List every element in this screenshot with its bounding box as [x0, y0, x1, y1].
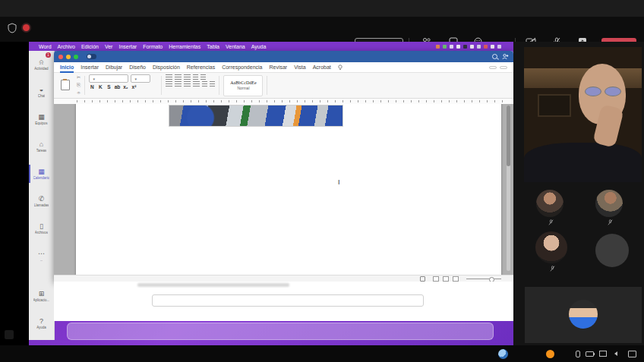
mac-menu-item[interactable]: Word [39, 44, 52, 49]
notifications-icon[interactable] [628, 351, 636, 357]
align-left-icon[interactable] [166, 81, 172, 87]
self-video-tile[interactable] [525, 287, 642, 343]
speaker-shirt [524, 143, 642, 182]
document-canvas[interactable]: I [54, 104, 513, 275]
justify-icon[interactable] [193, 81, 200, 87]
copy-icon[interactable]: ⎘ [77, 82, 80, 88]
main-video-tile[interactable] [524, 47, 642, 182]
participant-tile[interactable] [522, 231, 580, 272]
ribbon-tab[interactable]: Inicio [60, 62, 74, 73]
outdent-icon[interactable] [193, 74, 198, 80]
zoom-slider[interactable] [466, 279, 501, 279]
rail-item[interactable]: ◒ Chat [29, 78, 54, 105]
network-icon[interactable] [599, 351, 607, 357]
align-center-icon[interactable] [175, 81, 182, 87]
bitcoin-icon[interactable] [546, 350, 554, 358]
rail-item[interactable]: ✆ Llamadas [29, 187, 54, 215]
mac-menu-item[interactable]: Ventana [226, 44, 245, 49]
status-icon[interactable] [470, 45, 474, 49]
font-size-combo[interactable]: ▾ [131, 74, 150, 83]
mac-menu-item[interactable]: Tabla [207, 44, 219, 49]
speaker-icon[interactable] [612, 351, 617, 356]
status-icon[interactable] [463, 45, 467, 49]
participant-tile[interactable] [521, 190, 579, 225]
mac-menu-item[interactable]: Formato [143, 44, 163, 49]
mac-menu-item[interactable]: Ver [105, 44, 113, 49]
zoom-traffic-light[interactable] [74, 55, 78, 59]
status-icon[interactable] [456, 45, 460, 49]
tell-me-box[interactable] [338, 65, 344, 71]
ribbon-tab[interactable]: Dibujar [106, 62, 122, 73]
status-icon[interactable] [436, 45, 440, 49]
style-chip[interactable]: AaBbCcDdEe Normal [223, 75, 263, 96]
paste-button[interactable] [57, 74, 74, 96]
cut-icon[interactable]: ✂ [77, 74, 80, 80]
mac-menu-item[interactable]: Ayuda [251, 44, 267, 49]
close-traffic-light[interactable] [58, 55, 63, 59]
borders-icon[interactable] [210, 81, 215, 87]
minimize-traffic-light[interactable] [66, 55, 71, 59]
rail-item[interactable]: ⊞ Aplicacio... [29, 282, 54, 310]
rail-item[interactable]: ⌂ Tareas [29, 133, 54, 160]
status-icon[interactable] [484, 45, 488, 49]
status-icon[interactable] [497, 45, 501, 49]
maximize-button[interactable] [612, 0, 632, 17]
mac-menu-item[interactable]: Edición [81, 44, 99, 49]
format-mark-button[interactable]: x₂ [122, 84, 128, 90]
ribbon-tab[interactable]: Acrobat [313, 62, 331, 73]
battery-icon[interactable] [586, 351, 594, 357]
rail-item[interactable]: ▦ Calendario [29, 160, 54, 187]
rail-item[interactable]: ? Ayuda [29, 310, 54, 337]
indent-icon[interactable] [200, 74, 206, 80]
share-button[interactable] [489, 66, 497, 69]
multilevel-list-icon[interactable] [184, 74, 191, 80]
format-mark-button[interactable]: x² [131, 84, 137, 90]
close-button[interactable] [630, 0, 644, 17]
rail-item[interactable]: ▯ Archivos [29, 215, 54, 242]
ribbon-tab[interactable]: Referencias [187, 62, 215, 73]
format-mark-button[interactable]: S [106, 84, 112, 90]
ribbon-tab[interactable]: Disposición [153, 62, 180, 73]
reply-input[interactable] [152, 294, 424, 307]
rail-item[interactable]: ▦ Equipos [29, 105, 54, 133]
mac-menu-item[interactable]: Archivo [58, 44, 75, 49]
overflow-participants-badge[interactable] [595, 234, 629, 267]
ribbon-tab[interactable]: Revisar [269, 62, 287, 73]
format-mark-button[interactable]: K [97, 84, 103, 90]
web-layout-icon[interactable] [453, 276, 459, 282]
search-icon[interactable] [492, 54, 497, 59]
status-icon[interactable] [491, 45, 494, 49]
print-layout-icon[interactable] [443, 276, 449, 282]
scrollbar-thumb[interactable] [507, 105, 510, 166]
widgets-icon[interactable] [498, 349, 508, 359]
mac-menu-item[interactable]: Herramientas [169, 44, 200, 49]
rail-item[interactable]: ⋯ ... [29, 242, 54, 269]
share-doc-icon[interactable] [502, 53, 509, 60]
focus-checkbox[interactable] [420, 276, 425, 282]
status-icon[interactable] [477, 45, 481, 49]
status-icon[interactable] [443, 45, 447, 49]
comments-button[interactable] [500, 66, 507, 69]
align-right-icon[interactable] [184, 81, 191, 87]
ribbon-tab[interactable]: Vista [294, 62, 305, 73]
rail-item-icon: ⋯ [38, 250, 45, 257]
line-spacing-icon[interactable] [202, 81, 207, 87]
document-scrollbar[interactable] [507, 105, 510, 271]
numbering-icon[interactable] [175, 74, 182, 80]
bullets-icon[interactable] [166, 74, 172, 80]
ribbon-tab[interactable]: Diseño [129, 62, 146, 73]
format-mark-button[interactable]: N [89, 84, 95, 90]
ribbon-tab[interactable]: Correspondencia [222, 62, 262, 73]
participant-tile[interactable] [580, 190, 638, 225]
minimize-button[interactable] [592, 0, 612, 17]
rail-item[interactable]: 1 ⍾ Actividad [29, 51, 54, 78]
read-mode-icon[interactable] [433, 276, 439, 282]
format-painter-icon[interactable]: ⌯ [77, 90, 80, 96]
font-name-combo[interactable]: ▾ [89, 74, 128, 83]
mic-tray-icon[interactable] [576, 351, 580, 357]
autosave-toggle[interactable] [87, 54, 96, 59]
mac-menu-item[interactable]: Insertar [118, 44, 137, 49]
status-icon[interactable] [450, 45, 453, 49]
format-mark-button[interactable]: ab [114, 84, 120, 90]
ribbon-tab[interactable]: Insertar [80, 62, 99, 73]
